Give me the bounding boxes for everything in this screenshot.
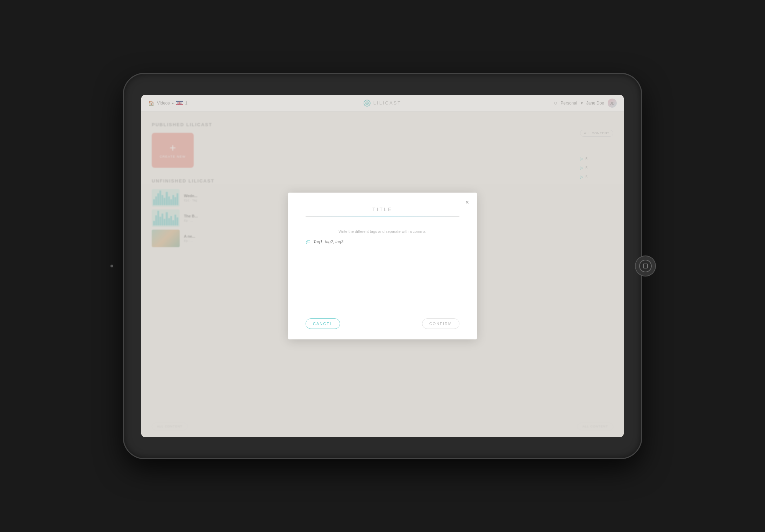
modal-overlay: × TITLE Write the different tags and sep… [141,95,624,437]
tablet-screen: 🏠 Videos ▸ 🇬🇧 1 [141,95,624,437]
modal-title-section: TITLE [306,207,459,217]
modal-title-divider [306,216,459,217]
side-camera-dot [110,265,113,267]
tag-icon: 🏷 [306,239,310,245]
tags-input-field[interactable] [313,239,459,244]
app-content: 🏠 Videos ▸ 🇬🇧 1 [141,95,624,437]
modal-spacer [306,245,459,311]
home-button-square-icon [643,264,648,268]
confirm-button[interactable]: CONFIRM [422,318,459,329]
home-button-inner [639,260,652,272]
modal-description: Write the different tags and separate wi… [306,229,459,233]
cancel-button[interactable]: CANCEL [306,318,340,329]
modal-tags-input: 🏷 [306,239,459,245]
modal-title-label: TITLE [306,207,459,212]
modal-close-button[interactable]: × [463,198,471,207]
tablet-device: 🏠 Videos ▸ 🇬🇧 1 [124,74,641,458]
home-button[interactable] [635,256,656,276]
modal-actions: CANCEL CONFIRM [306,311,459,329]
modal-dialog: × TITLE Write the different tags and sep… [288,193,477,339]
